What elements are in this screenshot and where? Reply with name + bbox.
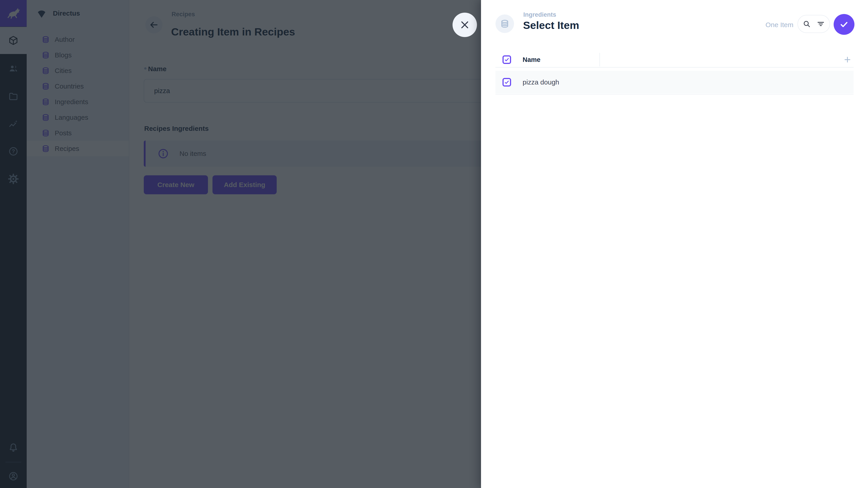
search-filter-pill xyxy=(798,15,830,33)
name-column-header[interactable]: Name xyxy=(523,56,540,64)
column-divider xyxy=(599,53,600,66)
drawer-collection-label: Ingredients xyxy=(523,11,556,18)
close-icon xyxy=(459,19,471,31)
row-checkbox[interactable] xyxy=(502,78,511,87)
collection-avatar xyxy=(495,14,514,33)
table-row[interactable]: pizza dough xyxy=(495,71,854,94)
item-count-label: One Item xyxy=(766,21,794,29)
search-icon[interactable] xyxy=(802,20,811,28)
filter-icon[interactable] xyxy=(816,20,825,28)
select-all-checkbox[interactable] xyxy=(502,55,511,64)
directus-app: ? xyxy=(0,0,868,488)
drawer-title: Select Item xyxy=(523,19,579,31)
select-item-drawer: Ingredients Select Item One Item xyxy=(481,0,868,488)
confirm-selection-button[interactable] xyxy=(834,14,855,35)
close-drawer-button[interactable] xyxy=(453,13,477,37)
database-icon xyxy=(500,19,509,29)
table-header-border xyxy=(495,67,854,68)
table-row-border xyxy=(495,94,854,95)
plus-icon[interactable] xyxy=(844,56,851,64)
table-header-row: Name xyxy=(495,52,854,67)
check-icon xyxy=(839,19,849,30)
row-name-cell: pizza dough xyxy=(523,78,559,86)
